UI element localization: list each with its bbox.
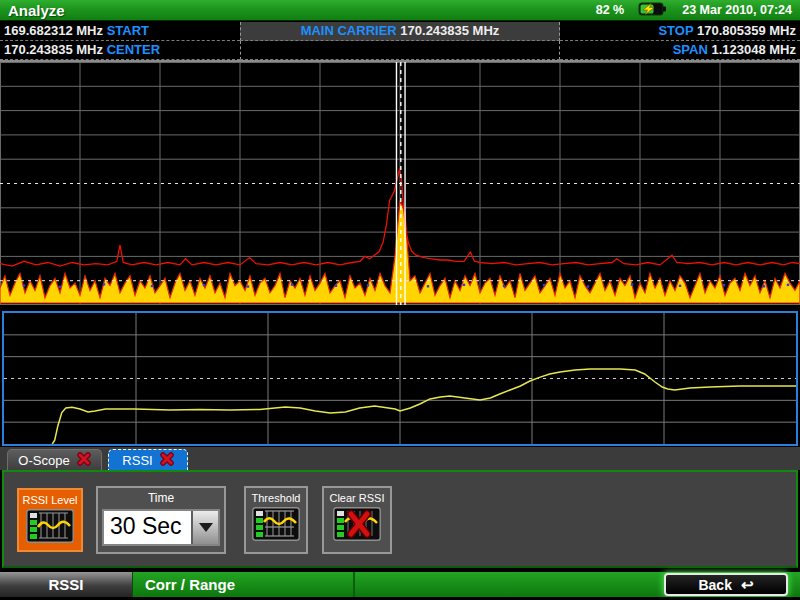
time-label: Time — [148, 491, 174, 505]
freq-row-1: 169.682312 MHz START MAIN CARRIER 170.24… — [0, 22, 800, 41]
bottom-menu-bar: RSSI Corr / Range Back ↩ — [0, 572, 800, 597]
battery-percentage: 82 % — [596, 3, 625, 17]
bottom-tab-corr-range[interactable]: Corr / Range — [133, 572, 355, 597]
tab-o-scope-label: O-Scope — [18, 453, 69, 468]
clear-rssi-label: Clear RSSI — [329, 492, 384, 504]
back-arrow-icon: ↩ — [741, 578, 754, 592]
time-group: Time 30 Sec — [96, 486, 226, 554]
threshold-icon — [252, 507, 300, 545]
threshold-label: Threshold — [252, 492, 301, 504]
instrument-screen: Analyze 82 % 23 Mar 2010, 07:24 169.6823… — [0, 0, 800, 600]
close-icon[interactable] — [77, 452, 91, 469]
rssi-level-button[interactable]: RSSI Level — [17, 488, 83, 552]
center-frequency: 170.243835 MHz CENTER — [0, 41, 240, 60]
battery-charging-icon — [638, 1, 668, 20]
rssi-level-label: RSSI Level — [22, 494, 77, 506]
back-button[interactable]: Back ↩ — [664, 573, 788, 596]
spectrum-display[interactable] — [0, 60, 800, 305]
clear-rssi-icon — [333, 507, 381, 545]
time-dropdown[interactable]: 30 Sec — [102, 509, 220, 546]
tab-rssi-label: RSSI — [122, 453, 152, 468]
rssi-level-icon — [26, 509, 74, 547]
dropdown-arrow-button[interactable] — [191, 511, 218, 544]
main-carrier-frequency: MAIN CARRIER 170.243835 MHz — [240, 22, 560, 41]
clear-rssi-button[interactable]: Clear RSSI — [322, 486, 392, 554]
tab-o-scope[interactable]: O-Scope — [7, 449, 102, 470]
threshold-button[interactable]: Threshold — [244, 486, 308, 554]
page-title: Analyze — [0, 2, 65, 19]
bottom-tab-rssi[interactable]: RSSI — [0, 572, 133, 597]
start-frequency: 169.682312 MHz START — [0, 22, 240, 41]
rssi-control-panel: RSSI Level Time 30 Sec — [2, 470, 798, 568]
rssi-strip-chart[interactable] — [2, 311, 798, 446]
title-bar: Analyze 82 % 23 Mar 2010, 07:24 — [0, 0, 800, 21]
freq-row-2: 170.243835 MHz CENTER SPAN 1.123048 MHz — [0, 41, 800, 60]
time-dropdown-value[interactable]: 30 Sec — [104, 511, 191, 544]
rssi-chart[interactable] — [4, 313, 796, 444]
chevron-down-icon — [199, 523, 213, 532]
spectrum-chart[interactable] — [0, 62, 800, 305]
back-button-label: Back — [698, 577, 731, 593]
datetime: 23 Mar 2010, 07:24 — [682, 3, 792, 17]
stop-frequency: STOP 170.805359 MHz — [560, 22, 800, 41]
tab-rssi[interactable]: RSSI — [108, 449, 188, 470]
close-icon[interactable] — [160, 452, 174, 469]
span-frequency: SPAN 1.123048 MHz — [560, 41, 800, 60]
measurement-tab-bar: O-Scope RSSI — [0, 447, 800, 470]
main-carrier-empty-cell — [240, 41, 560, 60]
